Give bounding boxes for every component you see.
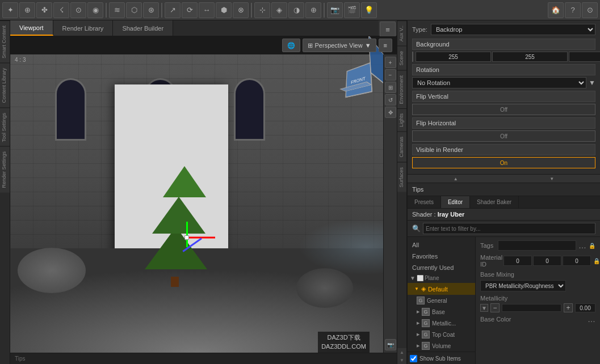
rotation-select[interactable]: No Rotation xyxy=(412,77,586,88)
toolbar-btn-9[interactable]: ⊛ xyxy=(143,2,159,18)
toolbar-btn-7[interactable]: ≋ xyxy=(109,2,125,18)
tree-item-default[interactable]: ▼ ◈ Default xyxy=(408,283,475,295)
metallicity-minus-btn[interactable]: − xyxy=(490,303,500,312)
show-sub-items-checkbox[interactable] xyxy=(410,355,417,362)
toolbar-btn-1[interactable]: ✦ xyxy=(2,2,18,18)
props-scroll-up[interactable]: ▲ xyxy=(408,175,504,183)
material-id-label: Material ID xyxy=(480,254,502,268)
chevron-down-icon: ▼ xyxy=(365,42,371,49)
base-color-more-icon[interactable]: … xyxy=(588,315,595,324)
bg-r-input[interactable]: 255 xyxy=(416,52,491,62)
tree-subitem-volume[interactable]: ▶ G Volume xyxy=(408,340,475,352)
vp-tool-zoom-out[interactable]: − xyxy=(385,69,396,81)
toolbar-sep-1 xyxy=(106,3,107,18)
toolbar-btn-4[interactable]: ☇ xyxy=(53,2,69,18)
vp-tool-zoom-in[interactable]: + xyxy=(385,57,396,68)
tags-input[interactable] xyxy=(498,240,576,251)
toolbar-btn-home[interactable]: 🏠 xyxy=(548,2,564,18)
toolbar-btn-12[interactable]: ↔ xyxy=(199,2,215,18)
right-tab-environment[interactable]: Environment xyxy=(397,70,406,109)
shader-tab-presets[interactable]: Presets xyxy=(408,196,441,208)
visible-render-btn[interactable]: On xyxy=(412,157,595,168)
props-scroll-down[interactable]: ▼ xyxy=(504,175,601,183)
tab-viewport[interactable]: Viewport xyxy=(10,20,53,36)
tab-render-library[interactable]: Render Library xyxy=(53,20,114,36)
tree-subitem-metallic[interactable]: ▶ G Metallic... xyxy=(408,318,475,329)
flip-horizontal-btn[interactable]: Off xyxy=(412,130,595,142)
type-select[interactable]: Backdrop xyxy=(431,24,595,35)
left-tab-smart-content[interactable]: Smart Content xyxy=(0,20,10,63)
vp-tool-frame[interactable]: ⊞ xyxy=(385,82,396,93)
right-tabs-scroll-up[interactable]: ▲ xyxy=(397,348,406,356)
toolbar-btn-help[interactable]: ? xyxy=(565,2,581,18)
viewport-globe-btn[interactable]: 🌐 xyxy=(282,39,300,52)
shader-filter-input[interactable] xyxy=(423,223,595,234)
tree-subitem-general[interactable]: G General xyxy=(408,295,475,306)
shader-tab-editor[interactable]: Editor xyxy=(441,196,470,208)
viewport-canvas[interactable]: 🌐 ⊞ Perspective View ▼ ≡ 4 : 3 xyxy=(10,36,397,353)
viewport-menu-btn[interactable]: ≡ xyxy=(379,39,392,52)
tab-options-btn[interactable]: ≡ xyxy=(380,22,396,37)
metallicity-slider[interactable] xyxy=(502,304,561,312)
right-tabs-scroll-down[interactable]: ▼ xyxy=(397,356,406,364)
shader-filter-row: 🔍 xyxy=(408,221,600,237)
tree-item-favorites[interactable]: Favorites xyxy=(408,251,475,262)
vp-tool-camera[interactable]: 📷 xyxy=(385,339,396,350)
toolbar-btn-info[interactable]: ⊙ xyxy=(582,2,598,18)
toolbar-btn-2[interactable]: ⊕ xyxy=(19,2,35,18)
metallicity-plus-btn[interactable]: + xyxy=(564,303,573,312)
right-tab-lights[interactable]: Lights xyxy=(397,108,406,132)
bg-color-swatch[interactable] xyxy=(412,52,413,62)
toolbar-btn-17[interactable]: ◑ xyxy=(288,2,304,18)
default-material-icon: ◈ xyxy=(421,285,426,293)
vp-tool-rotate[interactable]: ↺ xyxy=(385,94,396,105)
viewport-area: Viewport Render Library Shader Builder ≡… xyxy=(10,20,397,364)
rotation-chevron-icon[interactable]: ▼ xyxy=(589,79,595,87)
mat-id-3-input[interactable] xyxy=(563,256,591,266)
toolbar-btn-18[interactable]: ⊕ xyxy=(305,2,321,18)
toolbar-btn-3[interactable]: ✤ xyxy=(36,2,52,18)
tree-subitem-base[interactable]: ▶ G Base xyxy=(408,306,475,318)
toolbar-btn-light[interactable]: 💡 xyxy=(361,2,377,18)
toolbar-btn-11[interactable]: ⟳ xyxy=(182,2,198,18)
aspect-ratio-label: 4 : 3 xyxy=(15,57,26,63)
base-mixing-select[interactable]: PBR Metallicity/Roughness xyxy=(480,280,566,291)
tags-more-icon[interactable]: … xyxy=(578,241,586,250)
shader-tab-baker[interactable]: Shader Baker xyxy=(470,196,519,208)
horizon-light xyxy=(298,218,383,275)
toolbar-btn-5[interactable]: ⊙ xyxy=(70,2,86,18)
toolbar-btn-8[interactable]: ⬡ xyxy=(126,2,142,18)
tree-item-all[interactable]: All xyxy=(408,239,475,251)
vp-tool-pan[interactable]: ✥ xyxy=(385,107,396,118)
right-tab-scene[interactable]: Scene xyxy=(397,46,406,70)
toolbar-btn-13[interactable]: ⬢ xyxy=(216,2,232,18)
tab-shader-builder[interactable]: Shader Builder xyxy=(113,20,173,36)
g-badge-general: G xyxy=(417,297,425,304)
left-tab-tool-settings[interactable]: Tool Settings xyxy=(0,108,10,147)
mat-id-2-input[interactable] xyxy=(533,256,561,266)
toolbar-btn-14[interactable]: ⊗ xyxy=(233,2,249,18)
base-color-label: Base Color xyxy=(480,316,588,323)
metallicity-dropdown-icon[interactable]: ▼ xyxy=(480,304,488,312)
right-tab-aux[interactable]: Aux V.. xyxy=(397,20,406,46)
toolbar-btn-15[interactable]: ⊹ xyxy=(254,2,270,18)
left-tab-render-settings[interactable]: Render Settings xyxy=(0,146,10,193)
toolbar-btn-render[interactable]: 🎬 xyxy=(344,2,360,18)
toolbar-btn-camera[interactable]: 📷 xyxy=(327,2,343,18)
toolbar-btn-6[interactable]: ◉ xyxy=(87,2,103,18)
bg-b-input[interactable]: 255 xyxy=(569,52,600,62)
toolbar-btn-10[interactable]: ↗ xyxy=(165,2,181,18)
perspective-view-btn[interactable]: ⊞ Perspective View ▼ xyxy=(303,39,376,52)
toolbar-btn-16[interactable]: ◈ xyxy=(271,2,287,18)
left-tab-content-library[interactable]: Content Library xyxy=(0,63,10,108)
viewport-tips-label: Tips xyxy=(15,355,26,362)
tree-subitem-topcoat[interactable]: ▶ G Top Coat xyxy=(408,329,475,340)
metallicity-value-input[interactable]: 0.00 xyxy=(575,303,595,312)
flip-vertical-btn[interactable]: Off xyxy=(412,104,595,115)
right-tab-cameras[interactable]: Cameras xyxy=(397,132,406,162)
bg-g-input[interactable]: 255 xyxy=(492,52,568,62)
nav-cube-area[interactable]: FRONT xyxy=(332,54,383,105)
tree-item-currently-used[interactable]: Currently Used xyxy=(408,262,475,273)
mat-id-1-input[interactable] xyxy=(504,256,532,266)
right-tab-surfaces[interactable]: Surfaces xyxy=(397,162,406,192)
